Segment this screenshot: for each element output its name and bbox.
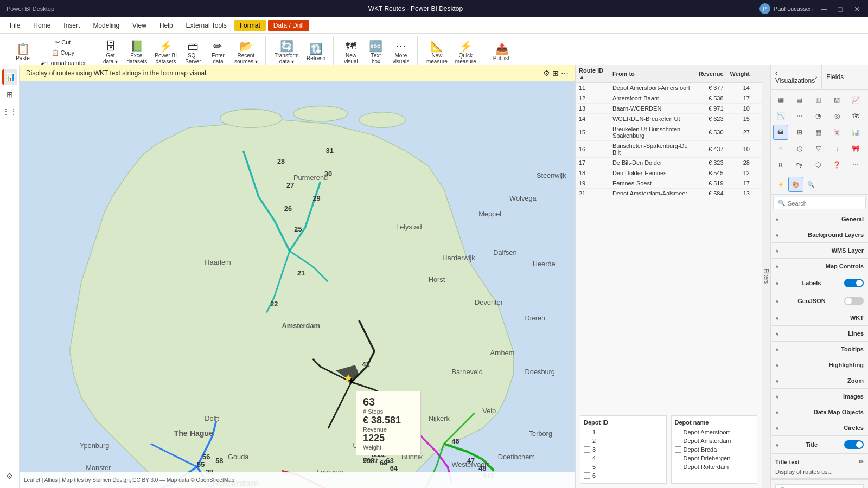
table-row[interactable]: 15 Breukelen Ut-Bunschoten-Spakenburg € …	[576, 124, 762, 141]
depot-checkbox[interactable]	[584, 438, 590, 444]
viz-stacked-column[interactable]: ▧	[829, 92, 845, 107]
viz-analytics-tab[interactable]: 🔍	[803, 177, 819, 192]
viz-setting-row-tooltips[interactable]: ∨ Tooltips	[775, 344, 864, 355]
depot-checkbox[interactable]	[584, 446, 590, 453]
menu-data-drill[interactable]: Data / Drill	[268, 20, 309, 31]
depot-name-item[interactable]: Depot Rotterdam	[675, 463, 754, 471]
viz-setting-row-images[interactable]: ∨ Images	[775, 391, 864, 402]
map-container[interactable]: Display of routes using WKT text strings…	[20, 65, 575, 488]
depot-checkbox[interactable]	[584, 464, 590, 470]
table-row[interactable]: 12 Amersfoort-Baarn € 538 17	[576, 93, 762, 104]
viz-more[interactable]: ⋯	[848, 157, 863, 172]
viz-search-input[interactable]	[788, 200, 861, 207]
table-row[interactable]: 14 WOERDEN-Breukelen Ut € 623 15	[576, 114, 762, 124]
depot-name-checkbox[interactable]	[675, 446, 681, 453]
viz-setting-row-background layers[interactable]: ∨ Background Layers	[775, 229, 864, 240]
viz-matrix[interactable]: ▦	[810, 125, 826, 140]
new-visual-button[interactable]: 🗺 Newvisual	[339, 38, 363, 67]
viz-decomp[interactable]: ⬡	[810, 157, 826, 172]
viz-waterfall[interactable]: ↓	[829, 141, 845, 156]
viz-fields-tab[interactable]: ⚡	[773, 177, 788, 192]
viz-back-icon[interactable]: ‹	[775, 69, 777, 77]
viz-setting-row-general[interactable]: ∨ General	[775, 214, 864, 224]
table-row[interactable]: 16 Bunschoten-Spakenburg-De Bilt € 437 1…	[576, 141, 762, 158]
depot-name-item[interactable]: Depot Amsterdam	[675, 436, 754, 445]
depot-checkbox[interactable]	[584, 429, 590, 435]
depot-id-item[interactable]: 2	[584, 436, 663, 445]
viz-setting-row-highlighting[interactable]: ∨ Highlighting	[775, 359, 864, 370]
depot-id-item[interactable]: 4	[584, 454, 663, 463]
table-row[interactable]: 17 De Bilt-Den Dolder € 323 28	[576, 158, 762, 168]
viz-kpi[interactable]: 📊	[848, 125, 863, 140]
viz-column-chart[interactable]: ▥	[810, 92, 826, 107]
depot-name-item[interactable]: Depot Driebergen	[675, 454, 754, 463]
viz-setting-row-title[interactable]: ∨ Title	[775, 438, 864, 451]
quick-measure-button[interactable]: ⚡ Quickmeasure	[452, 38, 480, 67]
viz-python[interactable]: Py	[792, 157, 807, 172]
text-box-button[interactable]: 🔤 Textbox	[364, 38, 388, 67]
viz-setting-row-circles[interactable]: ∨ Circles	[775, 422, 864, 433]
viz-slicer[interactable]: ≡	[773, 141, 788, 156]
toggle-title[interactable]	[844, 440, 864, 449]
viz-setting-row-wms layer[interactable]: ∨ WMS Layer	[775, 245, 864, 256]
filters-toggle[interactable]: Filters	[762, 65, 770, 488]
viz-pie[interactable]: ◔	[810, 108, 826, 124]
viz-setting-row-map controls[interactable]: ∨ Map Controls	[775, 261, 864, 272]
viz-gauge[interactable]: ◷	[792, 141, 807, 156]
title-text-edit-icon[interactable]: ✏	[859, 458, 864, 465]
viz-scatter[interactable]: ⋯	[792, 108, 807, 124]
table-view-icon[interactable]: ⊞	[2, 87, 17, 102]
viz-setting-row-wkt[interactable]: ∨ WKT	[775, 312, 864, 323]
excel-button[interactable]: 📗 Exceldatasets	[124, 38, 151, 67]
refresh-button[interactable]: 🔃 Refresh	[303, 41, 329, 63]
more-visuals-button[interactable]: ⋯ Morevisuals	[389, 38, 413, 67]
menu-help[interactable]: Help	[154, 20, 178, 31]
menu-insert[interactable]: Insert	[58, 20, 85, 31]
table-row[interactable]: 13 Baarn-WOERDEN € 971 10	[576, 104, 762, 114]
viz-setting-row-data map objects[interactable]: ∨ Data Map Objects	[775, 407, 864, 418]
menu-view[interactable]: View	[127, 20, 152, 31]
depot-name-item[interactable]: Depot Amersfoort	[675, 428, 754, 436]
viz-bar-chart[interactable]: ▦	[773, 92, 788, 107]
depot-name-checkbox[interactable]	[675, 429, 681, 435]
viz-stacked-bar[interactable]: ▤	[792, 92, 807, 107]
report-view-icon[interactable]: 📊	[2, 69, 17, 85]
filter-icon[interactable]: ⚙	[543, 69, 550, 78]
copy-button[interactable]: 📋 Copy	[38, 48, 88, 57]
transform-data-button[interactable]: 🔄 Transformdata ▾	[271, 38, 302, 67]
viz-area-chart[interactable]: 📉	[773, 108, 788, 124]
toggle-geojson[interactable]	[844, 297, 864, 305]
table-row[interactable]: 11 Depot Amersfoort-Amersfoort € 377 14	[576, 83, 762, 93]
viz-qna[interactable]: ❓	[829, 157, 845, 172]
viz-r[interactable]: R	[773, 157, 788, 172]
viz-funnel[interactable]: ▽	[810, 141, 826, 156]
depot-name-item[interactable]: Depot Breda	[675, 445, 754, 454]
depot-checkbox[interactable]	[584, 472, 590, 479]
focus-icon[interactable]: ⊞	[552, 69, 559, 78]
viz-donut[interactable]: ◎	[829, 108, 845, 124]
minimize-btn[interactable]: ─	[821, 5, 829, 12]
table-row[interactable]: 19 Eemnes-Soest € 519 17	[576, 178, 762, 189]
depot-name-checkbox[interactable]	[675, 464, 681, 470]
menu-external-tools[interactable]: External Tools	[181, 20, 232, 31]
cut-button[interactable]: ✂ Cut	[38, 38, 88, 47]
table-row[interactable]: 18 Den Dolder-Eemnes € 545 12	[576, 168, 762, 178]
depot-id-item[interactable]: 5	[584, 463, 663, 471]
viz-line-chart[interactable]: 📈	[848, 92, 863, 107]
get-data-button[interactable]: 🗄 Getdata ▾	[99, 38, 123, 67]
viz-setting-row-zoom[interactable]: ∨ Zoom	[775, 375, 864, 386]
more-icon[interactable]: ⋯	[561, 69, 569, 78]
toggle-labels[interactable]	[844, 279, 864, 287]
recent-sources-button[interactable]: 📂 Recentsources ▾	[231, 38, 261, 67]
viz-card[interactable]: 🃏	[829, 125, 845, 140]
menu-file[interactable]: File	[4, 20, 25, 31]
menu-format[interactable]: Format	[234, 20, 266, 31]
col-scroll[interactable]	[753, 65, 762, 83]
table-row[interactable]: 21 Depot Amsterdam-Aalsmeer € 584 13	[576, 189, 762, 196]
viz-icon-map[interactable]: 🏔	[773, 125, 788, 140]
menu-home[interactable]: Home	[28, 20, 56, 31]
depot-id-item[interactable]: 3	[584, 445, 663, 454]
close-btn[interactable]: ✕	[854, 5, 861, 12]
viz-map[interactable]: 🗺	[848, 108, 863, 124]
model-view-icon[interactable]: ⋮⋮	[2, 104, 17, 119]
